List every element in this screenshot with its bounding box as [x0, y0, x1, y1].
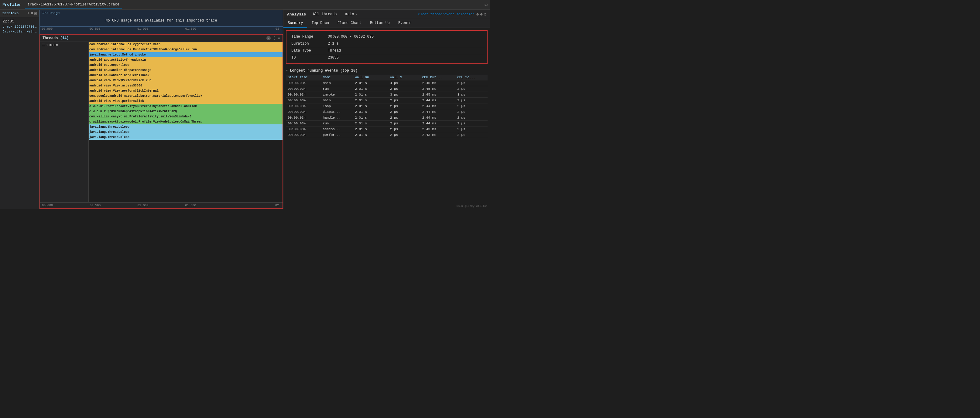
plus-icon[interactable]: ⊕ — [480, 12, 482, 17]
summary-key-3: ID — [291, 55, 328, 60]
threads-collapse-icon[interactable]: ∧ — [278, 36, 280, 40]
summary-row-2: Data TypeThread — [289, 48, 485, 54]
table-row[interactable]: 00:00.034main2.01 s4 μs2.45 ms6 μs — [286, 81, 488, 86]
flame-row[interactable]: java.lang.reflect.Method.invoke — [89, 52, 283, 57]
flame-row[interactable]: android.os.Looper.loop — [89, 62, 283, 68]
flame-row[interactable]: java.lang.Thread.sleep — [89, 130, 283, 135]
tab-top-down[interactable]: Top Down — [307, 19, 333, 28]
thread-menu-icon[interactable]: ☰ — [42, 43, 45, 47]
thread-expand-icon[interactable]: ▾ — [46, 43, 48, 47]
flame-row[interactable]: com.android.internal.os.RuntimeInit$Meth… — [89, 47, 283, 52]
tab-bottom-up[interactable]: Bottom Up — [366, 19, 394, 28]
col-header-0[interactable]: Start Time — [286, 74, 321, 81]
table-row[interactable]: 00:00.034dispat...2.01 s2 μs2.44 ms2 μs — [286, 109, 488, 115]
flame-row[interactable]: android.view.View.performClick — [89, 98, 283, 104]
table-cell-5-4: 2.44 ms — [420, 109, 456, 115]
table-cell-2-2: 2.01 s — [353, 92, 388, 98]
flame-row[interactable]: java.lang.Thread.sleep — [89, 135, 283, 140]
session-item-0[interactable]: track-1661176701787-Pr... — [0, 24, 39, 29]
flame-row[interactable]: android.os.Handler.handleCallback — [89, 73, 283, 78]
flame-row[interactable]: com.william.easykt.ui.ProfilerActivity.i… — [89, 114, 283, 119]
col-header-1[interactable]: Name — [321, 74, 353, 81]
summary-value-0: 00:00.000 - 00:02.095 — [328, 35, 374, 39]
col-header-3[interactable]: Wall S... — [388, 74, 420, 81]
main-chip-close-icon[interactable]: ✕ — [355, 13, 357, 16]
table-row[interactable]: 00:00.034loop2.01 s2 μs2.44 ms2 μs — [286, 103, 488, 109]
flame-row[interactable]: java.lang.Thread.sleep — [89, 124, 283, 130]
cpu-t1: 00.500 — [90, 27, 138, 31]
session-time: 22:05 — [0, 17, 39, 24]
flame-row[interactable]: com.android.internal.os.ZygoteInit.main — [89, 42, 283, 47]
timeline-labels: 00.000 00.500 01.000 01.500 02. — [42, 204, 281, 207]
thread-flamegraph[interactable]: com.android.internal.os.ZygoteInit.mainc… — [89, 42, 283, 202]
sessions-icons: + ■ ▣ — [27, 11, 37, 16]
table-row[interactable]: 00:00.034invoke2.01 s3 μs2.45 ms3 μs — [286, 92, 488, 98]
flame-row[interactable]: android.os.Handler.dispatchMessage — [89, 68, 283, 73]
bottom-timeline: 00.000 00.500 01.000 01.500 02. — [40, 202, 283, 208]
tab-events[interactable]: Events — [394, 19, 415, 28]
table-cell-1-5: 2 μs — [455, 86, 488, 92]
table-cell-8-4: 2.43 ms — [420, 127, 456, 132]
main-thread-chip[interactable]: main ✕ — [344, 11, 359, 17]
threads-info-icon[interactable]: ? — [266, 36, 270, 40]
table-row[interactable]: 00:00.034run2.01 s2 μs2.44 ms2 μs — [286, 121, 488, 127]
flame-row[interactable]: c.w.e.u.P.$r8$Lambda$649znqpNIibNA4z1X4w… — [89, 109, 283, 114]
col-header-4[interactable]: CPU Dur... — [420, 74, 456, 81]
tab-flame-chart[interactable]: Flame Chart — [333, 19, 366, 28]
table-cell-9-2: 2.01 s — [353, 132, 388, 138]
table-cell-0-0: 00:00.034 — [286, 81, 321, 86]
flame-row[interactable]: android.view.View.access$3600 — [89, 83, 283, 88]
table-cell-1-3: 2 μs — [388, 86, 420, 92]
session-item-1[interactable]: Java/Kotlin Method Rec... — [0, 29, 39, 34]
table-cell-4-3: 2 μs — [388, 103, 420, 109]
table-cell-4-1: loop — [321, 103, 353, 109]
summary-row-0: Time Range00:00.000 - 00:02.095 — [289, 33, 485, 40]
all-threads-chip[interactable]: All threads — [311, 11, 339, 17]
table-row[interactable]: 00:00.034main2.01 s2 μs2.44 ms2 μs — [286, 98, 488, 103]
expand-icon[interactable]: ▾ — [286, 68, 288, 73]
cpu-usage-label: CPU Usage — [40, 10, 283, 16]
table-cell-9-5: 2 μs — [455, 132, 488, 138]
flame-row[interactable]: android.view.View$PerformClick.run — [89, 78, 283, 83]
flame-row[interactable]: c.william.easykt.viewmodel.ProfilerViewM… — [89, 119, 283, 124]
gear-icon[interactable]: ⚙ — [485, 2, 488, 8]
table-cell-7-1: run — [321, 121, 353, 127]
table-row[interactable]: 00:00.034access...2.01 s2 μs2.43 ms2 μs — [286, 127, 488, 132]
table-row[interactable]: 00:00.034perfor...2.01 s2 μs2.43 ms2 μs — [286, 132, 488, 138]
record-icon[interactable]: ▣ — [34, 11, 37, 16]
flame-row[interactable]: android.view.View.performClickInternal — [89, 88, 283, 93]
tab-summary[interactable]: Summary — [283, 19, 307, 28]
table-cell-1-0: 00:00.034 — [286, 86, 321, 92]
table-cell-3-0: 00:00.034 — [286, 98, 321, 103]
table-cell-7-4: 2.44 ms — [420, 121, 456, 127]
table-cell-3-5: 2 μs — [455, 98, 488, 103]
flame-row[interactable]: android.app.ActivityThread.main — [89, 57, 283, 62]
flame-row[interactable]: com.google.android.material.button.Mater… — [89, 93, 283, 98]
table-cell-5-3: 2 μs — [388, 109, 420, 115]
table-cell-6-0: 00:00.034 — [286, 115, 321, 121]
col-header-5[interactable]: CPU Se... — [455, 74, 488, 81]
table-cell-6-2: 2.01 s — [353, 115, 388, 121]
table-cell-3-3: 2 μs — [388, 98, 420, 103]
add-session-icon[interactable]: + — [27, 11, 30, 16]
col-header-2[interactable]: Wall Du... — [353, 74, 388, 81]
events-table[interactable]: Start TimeNameWall Du...Wall S...CPU Dur… — [286, 74, 488, 207]
threads-more-icon[interactable]: ⋮ — [272, 36, 276, 40]
cpu-no-data: No CPU usage data available for this imp… — [40, 16, 283, 25]
table-row[interactable]: 00:00.034handle...2.01 s2 μs2.44 ms2 μs — [286, 115, 488, 121]
summary-key-2: Data Type — [291, 49, 328, 53]
table-cell-9-0: 00:00.034 — [286, 132, 321, 138]
trace-tab[interactable]: track-1661176701787-ProfilerActivity.tra… — [25, 1, 121, 8]
cpu-t2: 01.000 — [137, 27, 185, 31]
minus-icon[interactable]: ⊖ — [476, 12, 479, 17]
clear-selection[interactable]: Clear thread/event selection ⊖ ⊕ ⊙ — [418, 12, 486, 17]
table-cell-1-2: 2.01 s — [353, 86, 388, 92]
summary-row-3: ID23055 — [289, 54, 485, 61]
table-cell-0-4: 2.45 ms — [420, 81, 456, 86]
settings-circle-icon[interactable]: ⊙ — [484, 12, 486, 17]
flame-row[interactable]: c.w.e.ui.ProfilerActivity$$ExternalSynth… — [89, 104, 283, 109]
table-cell-1-4: 2.45 ms — [420, 86, 456, 92]
table-cell-2-5: 3 μs — [455, 92, 488, 98]
stop-icon[interactable]: ■ — [31, 11, 33, 16]
table-row[interactable]: 00:00.034run2.01 s2 μs2.45 ms2 μs — [286, 86, 488, 92]
